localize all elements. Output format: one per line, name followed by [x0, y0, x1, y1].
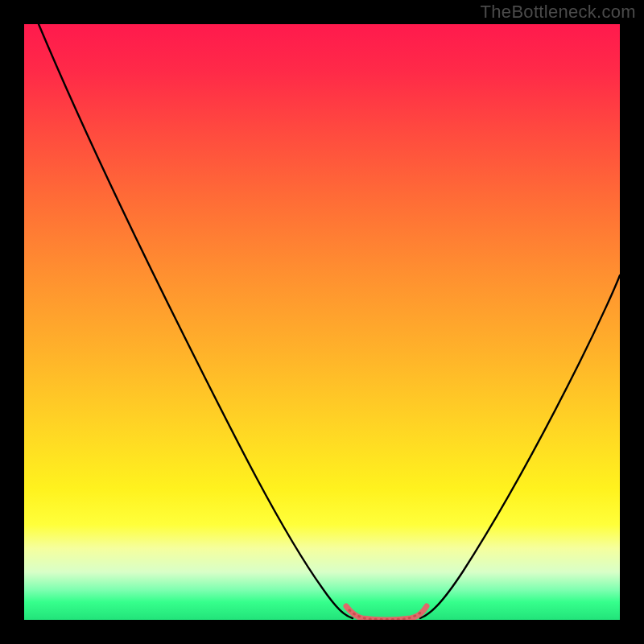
bottleneck-curve-right — [420, 275, 620, 618]
curve-layer — [24, 24, 620, 620]
chart-frame: TheBottleneck.com — [0, 0, 644, 644]
plot-area — [24, 24, 620, 620]
watermark-text: TheBottleneck.com — [481, 2, 636, 23]
bottleneck-curve-left — [39, 24, 353, 618]
valley-marker — [346, 606, 427, 620]
